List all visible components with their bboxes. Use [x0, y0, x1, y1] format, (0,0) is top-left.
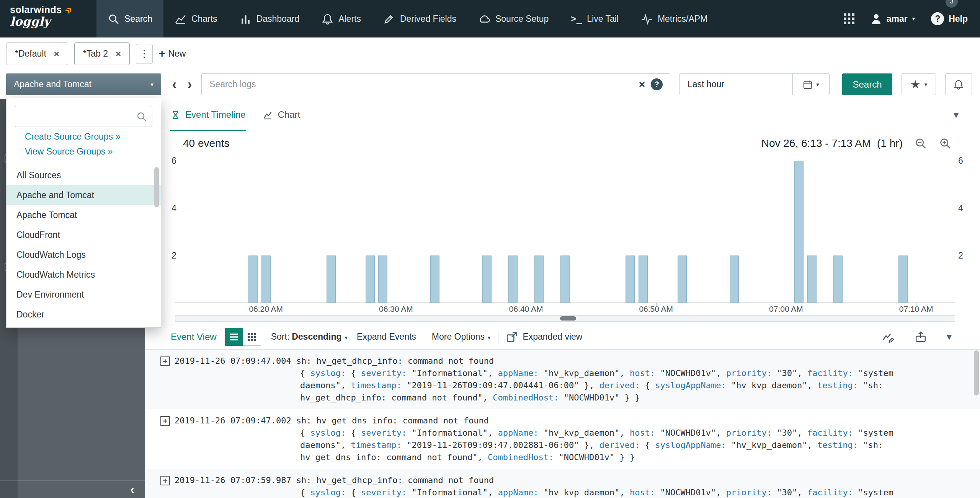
timeline-bar[interactable] — [366, 256, 375, 303]
nav-item-dashboard[interactable]: Dashboard — [229, 0, 311, 37]
timeline-bar[interactable] — [639, 256, 648, 303]
timeline-bar[interactable] — [794, 161, 804, 303]
time-range-picker[interactable]: Last hour ▾ — [679, 73, 830, 95]
main-nav: Search Charts Dashboard Alerts Derived F… — [96, 0, 719, 37]
grid-view-button[interactable] — [243, 328, 261, 346]
apps-grid-icon[interactable] — [844, 13, 854, 24]
nav-item-alerts[interactable]: Alerts — [310, 0, 372, 37]
expand-event-icon[interactable]: + — [160, 476, 170, 485]
timeline-bar[interactable] — [261, 256, 271, 303]
collapse-events-icon[interactable]: ▾ — [947, 331, 952, 343]
expand-event-icon[interactable]: + — [160, 356, 170, 366]
source-item-cloudwatch-metrics[interactable]: CloudWatch Metrics — [7, 265, 161, 285]
loggly-logo[interactable]: solarwinds » loggly — [0, 0, 96, 37]
collapse-timeline-icon[interactable]: ▾ — [954, 109, 959, 121]
bell-icon — [322, 13, 333, 25]
timeline-bar[interactable] — [327, 256, 336, 303]
more-options-dropdown[interactable]: More Options▾ — [432, 332, 491, 342]
nav-item-live-tail[interactable]: >_ Live Tail — [560, 0, 630, 37]
derived-field-icon[interactable] — [882, 331, 895, 343]
search-button[interactable]: Search — [842, 73, 892, 95]
events-scrollbar[interactable] — [974, 350, 979, 496]
log-event-row[interactable]: + 2019-11-26 07:07:59.987sh: hv_get_dhcp… — [145, 469, 980, 498]
dropdown-scrollbar-handle[interactable] — [154, 167, 159, 207]
log-event-row[interactable]: + 2019-11-26 07:09:47.004sh: hv_get_dhcp… — [145, 350, 980, 409]
nav-item-charts[interactable]: Charts — [163, 0, 229, 37]
history-back-button[interactable]: ‹ — [172, 78, 177, 91]
json-value: "NOCWHD01v" — [660, 488, 716, 497]
nav-label: Alerts — [338, 14, 361, 24]
source-search-wrap — [15, 106, 152, 127]
event-header: 2019-11-26 07:09:47.004sh: hv_get_dhcp_i… — [175, 355, 897, 367]
sort-dropdown[interactable]: Sort:Descending▾ — [271, 332, 348, 342]
nav-item-metrics-apm[interactable]: Metrics/APM — [630, 0, 719, 37]
user-menu[interactable]: amar ▾ — [871, 13, 915, 24]
sidebar-footer: ‹ — [0, 480, 145, 498]
timeline-bar[interactable] — [508, 256, 518, 303]
timeline-bar[interactable] — [534, 256, 544, 303]
expanded-view-button[interactable]: Expanded view — [506, 331, 582, 343]
tab-tab2[interactable]: *Tab 2 × — [74, 42, 130, 65]
timeline-bar[interactable] — [807, 256, 817, 303]
timeline-bar[interactable] — [378, 256, 387, 303]
zoom-in-icon[interactable] — [939, 137, 952, 150]
timeline-bar[interactable] — [430, 256, 439, 303]
json-value: "30" — [777, 428, 797, 438]
timeline-bar[interactable] — [626, 256, 635, 303]
nav-item-source-setup[interactable]: Source Setup — [467, 0, 560, 37]
log-event-row[interactable]: + 2019-11-26 07:09:47.002sh: hv_get_dns_… — [145, 409, 980, 469]
sidebar-collapse-icon[interactable]: ‹ — [130, 482, 134, 496]
history-forward-button[interactable]: › — [188, 78, 192, 91]
source-search-input[interactable] — [15, 106, 152, 127]
source-item-cloudwatch-logs[interactable]: CloudWatch Logs — [7, 245, 161, 265]
nav-label: Charts — [191, 14, 217, 24]
timeline-bar[interactable] — [560, 256, 570, 303]
json-value: "30" — [777, 368, 797, 378]
search-help-icon[interactable]: ? — [651, 78, 663, 90]
nav-item-derived-fields[interactable]: Derived Fields — [372, 0, 467, 37]
source-item-dev-environment[interactable]: Dev Environment — [7, 285, 161, 304]
calendar-section[interactable]: ▾ — [792, 74, 829, 95]
sort-value: Descending — [292, 332, 341, 342]
json-value: "hv_kvp_daemon" — [731, 381, 807, 390]
saved-searches-button[interactable]: ★ ▾ — [902, 73, 936, 95]
timeline-bar[interactable] — [833, 256, 843, 303]
timeline-bar[interactable] — [678, 256, 687, 303]
search-input[interactable] — [201, 73, 670, 95]
timeline-bar[interactable] — [482, 256, 492, 303]
view-source-groups-link[interactable]: View Source Groups » — [25, 146, 161, 157]
create-source-groups-link[interactable]: Create Source Groups » — [25, 132, 161, 142]
tab-options-button[interactable]: ⋮ — [136, 44, 153, 64]
timeline-bar[interactable] — [248, 256, 258, 303]
list-view-button[interactable] — [225, 328, 243, 346]
clear-search-icon[interactable]: × — [639, 78, 645, 91]
source-item-docker[interactable]: Docker — [7, 304, 161, 324]
source-item-all-sources[interactable]: All Sources — [7, 165, 161, 185]
json-key: CombinedHost: — [488, 452, 554, 462]
chart-scrollbar[interactable] — [175, 315, 955, 322]
json-value: "hv_kvp_daemon" — [544, 428, 620, 438]
source-item-cloudfront[interactable]: CloudFront — [7, 225, 161, 245]
zoom-out-icon[interactable] — [914, 137, 927, 150]
close-icon[interactable]: × — [54, 49, 59, 59]
share-icon[interactable] — [915, 331, 927, 343]
tab-default[interactable]: *Default × — [6, 42, 68, 65]
timeline-bar[interactable] — [898, 256, 908, 303]
source-item-apache-tomcat[interactable]: Apache Tomcat — [7, 205, 161, 225]
expand-events-button[interactable]: Expand Events — [357, 332, 416, 342]
alerts-bell-button[interactable] — [945, 73, 972, 95]
new-tab-button[interactable]: + New — [159, 48, 186, 60]
search-history-pager: ‹ › — [166, 78, 198, 91]
help-menu[interactable]: ? Help — [931, 12, 968, 25]
source-item-apache-and-tomcat[interactable]: Apache and Tomcat — [7, 185, 161, 205]
source-group-dropdown-button[interactable]: Apache and Tomcat ▾ — [6, 73, 161, 95]
chart-scrollbar-handle[interactable] — [560, 316, 576, 321]
timeline-bar[interactable] — [730, 256, 739, 303]
tab-event-timeline[interactable]: Event Timeline — [171, 99, 245, 131]
close-icon[interactable]: × — [116, 49, 121, 59]
nav-item-search[interactable]: Search — [96, 0, 163, 37]
expand-event-icon[interactable]: + — [160, 416, 170, 426]
events-scrollbar-handle[interactable] — [974, 350, 979, 395]
toolbar-right-icons: ▾ — [882, 331, 952, 343]
tab-chart[interactable]: Chart — [263, 99, 300, 131]
